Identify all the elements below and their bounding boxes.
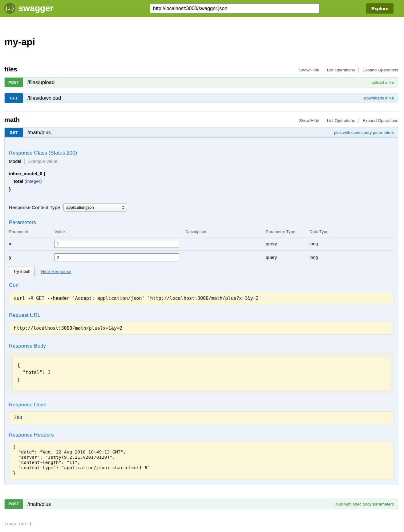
operation-row-post-math-plus[interactable]: POST /math/plus plus with spec body para… [4,499,398,509]
operation-row-post-files-upload[interactable]: POST /files/upload upload a file [4,77,398,87]
header-bar: {…} swagger Explore [0,0,404,17]
parameter-data-type: long [309,251,394,264]
list-operations-link[interactable]: List Operations [327,118,355,123]
parameter-description [185,251,266,264]
operation-detail-panel: Response Class (Status 200) Model Exampl… [4,138,398,485]
operation-path[interactable]: /math/plus [27,130,51,135]
method-badge-get: GET [5,128,23,137]
operation-summary[interactable]: downloads a file [364,96,394,100]
response-headers-heading: Response Headers [9,432,394,438]
resource-title-math[interactable]: math [4,116,20,123]
response-headers-json: { "date": "Wed, 22 Aug 2018 18:49:13 GMT… [9,441,394,480]
resource-header-math: math Show/Hide List Operations Expand Op… [4,116,398,123]
list-operations-link[interactable]: List Operations [327,68,355,72]
response-body-json: { "total": 3 } [12,356,390,391]
resource-links: Show/Hide List Operations Expand Operati… [299,68,398,72]
model-tabs: Model Example Value [9,158,394,164]
request-url-heading: Request URL [9,312,394,318]
expand-operations-link[interactable]: Expand Operations [362,118,398,123]
column-value: Value [55,228,185,237]
method-badge-get: GET [5,93,23,103]
show-hide-link[interactable]: Show/Hide [299,68,319,72]
response-body-container: { "total": 3 } [9,353,394,394]
tab-divider [24,158,25,164]
base-url-label: BASE URL: [7,522,28,526]
hide-response-link[interactable]: Hide Response [41,269,71,274]
operation-path[interactable]: /files/download [27,95,61,101]
operation-row-get-files-download[interactable]: GET /files/download downloads a file [4,93,398,103]
method-badge-post: POST [5,78,23,87]
parameters-table: Parameter Value Description Parameter Ty… [9,228,394,264]
response-class-heading: Response Class (Status 200) [9,150,394,156]
bracket-open: [ [5,521,6,526]
parameter-y-input[interactable] [55,253,179,261]
operation-path[interactable]: /math/plus [27,501,51,507]
operation-path[interactable]: /files/upload [27,79,55,85]
parameters-header-row: Parameter Value Description Parameter Ty… [9,228,394,237]
curl-command: curl -X GET --header 'Accept: applicatio… [9,292,394,305]
operation-row-get-math-plus[interactable]: GET /math/plus plus with spec query para… [4,127,398,138]
resource-title-files[interactable]: files [4,66,17,73]
response-content-type-row: Response Content Type application/json [9,203,394,212]
link-divider [323,68,323,72]
response-code-value: 200 [9,411,394,424]
show-hide-link[interactable]: Show/Hide [299,118,319,123]
parameter-name: x [9,237,55,251]
model-property: total (integer) [9,177,394,185]
selected-content-type: application/json [66,205,94,210]
resource-links: Show/Hide List Operations Expand Operati… [299,118,398,123]
column-parameter: Parameter [9,228,55,237]
brand-title: swagger [18,3,54,13]
parameter-type: query [266,251,309,264]
request-url-value: http://localhost:3000/math/plus?x=1&y=2 [9,322,394,335]
parameter-row-y: y query long [9,251,394,264]
json-number-value: 3 [48,370,50,375]
curl-heading: Curl [9,282,394,288]
try-it-out-button[interactable]: Try it out! [9,267,35,276]
response-body-heading: Response Body [9,343,394,349]
select-arrows-icon [122,206,124,209]
api-title: my-api [4,37,398,48]
spec-url-input[interactable] [150,3,319,14]
parameter-row-x: x query long [9,237,394,251]
model-open: inline_model_0 { [9,170,394,177]
parameter-x-input[interactable] [55,240,179,248]
resource-header-files: files Show/Hide List Operations Expand O… [4,66,398,73]
parameter-name: y [9,251,55,264]
response-content-type-select[interactable]: application/json [63,203,127,212]
response-code-heading: Response Code [9,402,394,408]
parameters-heading: Parameters [9,220,394,226]
link-divider [323,118,323,123]
link-divider [358,68,359,72]
operation-summary[interactable]: plus with spec query parameters [334,130,394,135]
model-signature: inline_model_0 { total (integer) } [9,170,394,193]
operation-summary[interactable]: upload a file [371,80,394,85]
response-content-type-label: Response Content Type [9,205,60,210]
tab-model[interactable]: Model [9,159,21,164]
tab-example-value[interactable]: Example Value [28,159,57,164]
property-type: (integer) [25,179,42,184]
column-data-type: Data Type [309,228,394,237]
column-parameter-type: Parameter Type [266,228,309,237]
model-close: } [9,185,394,193]
base-url-footer: [ BASE URL: ] [4,521,398,526]
main-content: my-api files Show/Hide List Operations E… [0,37,404,532]
link-divider [358,118,359,123]
json-text: } [17,377,20,383]
column-description: Description [185,228,266,237]
property-name: total [14,179,23,184]
bracket-close: ] [30,521,31,526]
parameter-type: query [266,237,309,251]
swagger-logo-icon: {…} [4,3,15,14]
parameter-data-type: long [309,237,394,251]
expand-operations-link[interactable]: Expand Operations [362,68,398,72]
try-it-out-row: Try it out! Hide Response [9,267,394,276]
parameter-description [185,237,266,251]
operation-summary[interactable]: plus with spec body parameters [335,502,394,506]
json-text: { "total": [17,362,48,375]
explore-button[interactable]: Explore [366,3,394,14]
section-divider [4,111,398,111]
swagger-brand[interactable]: {…} swagger [4,3,54,14]
method-badge-post: POST [5,499,23,509]
